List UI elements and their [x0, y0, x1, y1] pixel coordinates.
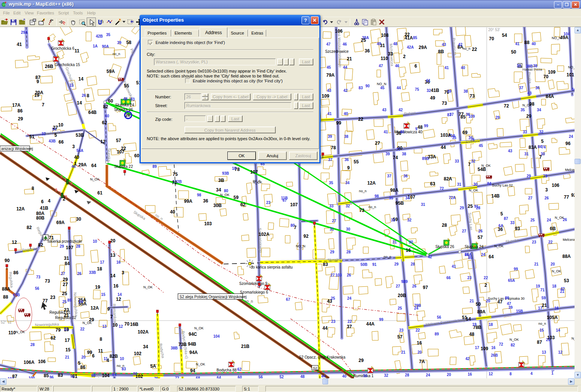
- svg-text:36: 36: [403, 174, 408, 178]
- svg-text:39: 39: [447, 89, 452, 93]
- svg-text:45: 45: [479, 144, 483, 148]
- svg-text:37: 37: [519, 86, 524, 90]
- svg-text:Noworegulska: Noworegulska: [73, 292, 78, 317]
- svg-text:12A: 12A: [16, 206, 25, 212]
- svg-text:38B: 38B: [526, 64, 533, 68]
- svg-text:94C: 94C: [189, 332, 197, 337]
- svg-text:98: 98: [375, 194, 379, 198]
- svg-text:36: 36: [344, 158, 349, 162]
- svg-text:N_OK: N_OK: [253, 180, 262, 184]
- svg-text:106: 106: [552, 183, 559, 188]
- svg-text:49: 49: [377, 42, 381, 46]
- svg-text:no_n: no_n: [463, 47, 470, 51]
- svg-text:60: 60: [238, 375, 242, 378]
- svg-text:22: 22: [358, 117, 364, 122]
- svg-text:41: 41: [384, 130, 388, 134]
- svg-text:30: 30: [473, 182, 478, 187]
- svg-text:39: 39: [517, 64, 521, 68]
- svg-text:34: 34: [468, 136, 473, 140]
- svg-text:64: 64: [217, 376, 221, 378]
- svg-text:20: 20: [417, 350, 422, 354]
- svg-text:78: 78: [331, 145, 336, 150]
- svg-text:98A: 98A: [390, 188, 398, 193]
- svg-text:33: 33: [391, 218, 395, 222]
- svg-text:25: 25: [62, 291, 67, 296]
- svg-text:21: 21: [347, 56, 352, 62]
- svg-text:3: 3: [72, 144, 75, 149]
- svg-text:33: 33: [388, 51, 393, 57]
- svg-text:24: 24: [347, 296, 352, 300]
- svg-text:54A: 54A: [76, 149, 83, 153]
- svg-text:42: 42: [465, 357, 470, 361]
- svg-text:21: 21: [65, 355, 70, 359]
- svg-text:28: 28: [442, 223, 447, 228]
- svg-text:43: 43: [527, 91, 532, 95]
- svg-text:27: 27: [63, 282, 68, 287]
- svg-text:N_OK: N_OK: [481, 164, 491, 168]
- svg-text:105A: 105A: [547, 315, 558, 320]
- svg-text:20B: 20B: [398, 293, 406, 298]
- svg-text:29: 29: [18, 116, 23, 122]
- svg-text:36: 36: [363, 374, 368, 378]
- svg-text:90: 90: [365, 84, 370, 88]
- svg-text:56: 56: [437, 315, 441, 319]
- svg-text:83: 83: [58, 373, 63, 378]
- svg-text:7: 7: [110, 314, 113, 319]
- svg-text:no_n: no_n: [117, 364, 124, 368]
- svg-text:33: 33: [523, 130, 527, 134]
- svg-text:82B: 82B: [110, 354, 118, 359]
- svg-text:12: 12: [100, 139, 106, 144]
- svg-text:71: 71: [540, 288, 545, 292]
- svg-text:104: 104: [102, 373, 110, 378]
- svg-text:77: 77: [564, 194, 569, 200]
- svg-text:no_n: no_n: [538, 322, 546, 326]
- svg-text:92: 92: [70, 374, 75, 378]
- svg-text:21: 21: [64, 313, 69, 318]
- svg-text:34: 34: [405, 196, 410, 200]
- svg-text:32: 32: [346, 204, 350, 208]
- svg-text:16: 16: [554, 306, 559, 310]
- svg-text:28: 28: [346, 250, 351, 254]
- svg-text:7: 7: [294, 225, 297, 230]
- svg-text:14: 14: [556, 328, 560, 332]
- svg-text:28: 28: [76, 244, 81, 248]
- svg-text:70: 70: [543, 74, 549, 79]
- svg-text:6: 6: [92, 353, 95, 359]
- svg-text:36: 36: [203, 198, 208, 204]
- svg-text:24: 24: [79, 300, 83, 304]
- svg-text:96: 96: [49, 375, 54, 378]
- svg-text:107: 107: [250, 169, 258, 175]
- svg-text:41A: 41A: [405, 35, 413, 41]
- svg-text:50: 50: [511, 49, 516, 55]
- svg-text:13: 13: [110, 253, 116, 258]
- svg-text:73: 73: [36, 275, 41, 279]
- svg-text:Słupska 26: Słupska 26: [114, 107, 133, 112]
- svg-text:102A: 102A: [138, 329, 149, 335]
- svg-text:88A: 88A: [562, 254, 571, 259]
- svg-text:25: 25: [398, 306, 402, 310]
- svg-text:41B: 41B: [40, 205, 48, 211]
- svg-text:83A: 83A: [529, 145, 537, 150]
- svg-text:49: 49: [430, 95, 435, 101]
- svg-text:103: 103: [547, 335, 555, 340]
- svg-text:72: 72: [499, 342, 503, 346]
- svg-text:29: 29: [63, 277, 68, 282]
- svg-text:75: 75: [415, 87, 419, 92]
- svg-text:26: 26: [82, 93, 86, 98]
- svg-text:82A: 82A: [444, 176, 452, 182]
- svg-text:57: 57: [116, 138, 121, 143]
- svg-text:30: 30: [346, 227, 351, 231]
- svg-text:23: 23: [532, 240, 537, 244]
- svg-text:74: 74: [541, 145, 546, 149]
- svg-text:86: 86: [505, 296, 510, 300]
- svg-text:8: 8: [32, 186, 34, 191]
- svg-text:12A: 12A: [367, 180, 376, 186]
- svg-text:14: 14: [78, 76, 84, 82]
- svg-text:38: 38: [533, 64, 538, 68]
- svg-text:32: 32: [407, 218, 412, 222]
- svg-text:N_OK: N_OK: [494, 244, 504, 248]
- svg-text:29: 29: [330, 250, 335, 254]
- svg-text:38: 38: [344, 134, 349, 139]
- svg-text:9: 9: [347, 165, 350, 171]
- svg-text:27: 27: [528, 196, 533, 200]
